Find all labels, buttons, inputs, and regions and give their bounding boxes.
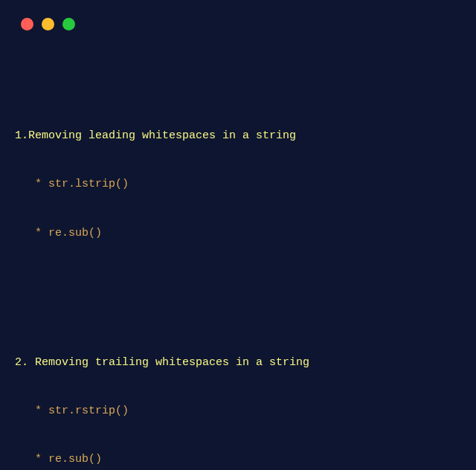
section-title: 1.Removing leading whitespaces in a stri… [15, 128, 461, 144]
section-1: 1.Removing leading whitespaces in a stri… [15, 96, 461, 274]
bullet-item: * re.sub() [15, 451, 461, 468]
close-icon [21, 18, 33, 30]
section-2: 2. Removing trailing whitespaces in a st… [15, 322, 461, 470]
maximize-icon [62, 18, 75, 30]
section-title: 2. Removing trailing whitespaces in a st… [15, 355, 461, 371]
bullet-item: * str.rstrip() [15, 403, 461, 419]
bullet-item: * str.lstrip() [15, 176, 461, 193]
window-controls [0, 0, 476, 30]
bullet-item: * re.sub() [15, 225, 461, 242]
minimize-icon [42, 18, 54, 30]
code-content: 1.Removing leading whitespaces in a stri… [0, 30, 476, 470]
